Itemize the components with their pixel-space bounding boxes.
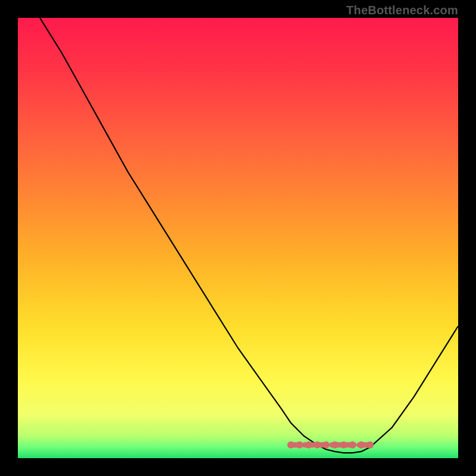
optimal-marker [358,441,365,449]
watermark-text: TheBottleneck.com [346,4,458,17]
optimal-marker [367,441,374,449]
optimal-marker [349,441,356,449]
chart-container: TheBottleneck.com [0,0,476,476]
optimal-marker [314,441,321,449]
optimal-marker [296,441,303,449]
optimal-marker [331,441,339,449]
optimal-zone-markers [287,441,374,449]
curve-svg [18,18,458,458]
optimal-marker [287,441,295,449]
optimal-marker [305,441,312,449]
bottleneck-curve [40,18,458,453]
optimal-marker [322,441,330,449]
optimal-marker [340,441,347,449]
plot-area [18,18,458,458]
